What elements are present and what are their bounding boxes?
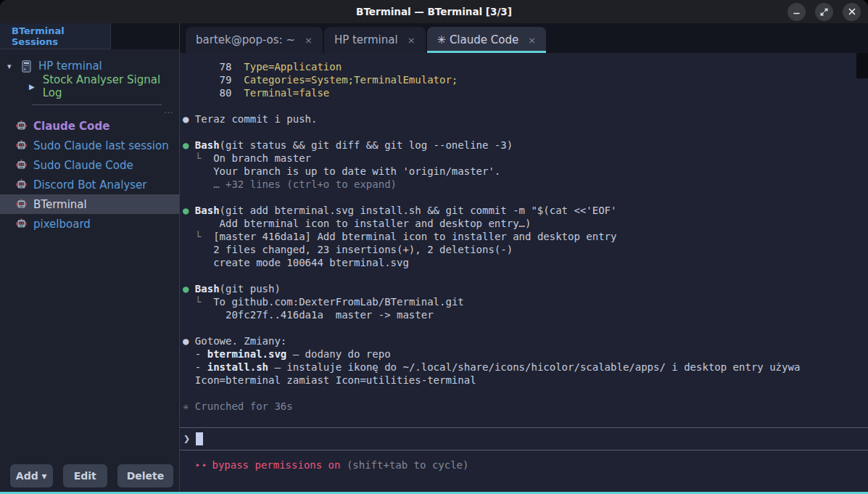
close-tab-icon[interactable]: × (408, 35, 416, 46)
terminal-line (183, 269, 868, 282)
tab-bartek-pop-os[interactable]: bartek@pop-os: ~× (186, 27, 323, 53)
terminal-line: Icon=bterminal zamiast Icon=utilities-te… (183, 374, 868, 387)
scrollbar-thumb[interactable] (856, 53, 868, 78)
sidebar: BTerminal Sessions ▾ HP terminal ▶ (0, 23, 180, 492)
tab-label: bartek@pop-os: ~ (196, 33, 295, 46)
tree-item-label: Stock Analyser Signal Log (43, 73, 179, 99)
tab-bar: bartek@pop-os: ~×HP terminal×✳ Claude Co… (180, 23, 868, 53)
terminal-line: … +32 lines (ctrl+o to expand) (183, 178, 868, 191)
terminal-line: 78 Type=Application (183, 60, 868, 73)
text-cursor (196, 432, 203, 445)
minimize-button[interactable] (788, 3, 806, 21)
terminal-line: 2 files changed, 23 insertions(+), 2 del… (183, 243, 868, 256)
terminal-line: Your branch is up to date with 'origin/m… (183, 165, 868, 178)
window-controls (788, 3, 868, 21)
terminal-line: Add bterminal icon to installer and desk… (183, 217, 868, 230)
terminal-line: ● Bash(git push) (183, 282, 868, 295)
sidebar-buttons: Add ▾EditDelete (10, 464, 173, 487)
robot-icon (16, 218, 27, 229)
sidebar-header: BTerminal Sessions (0, 23, 111, 49)
terminal-line: - bterminal.svg — dodany do repo (183, 347, 868, 361)
terminal-line: - install.sh — instaluje ikonę do ~/.loc… (183, 361, 868, 374)
close-icon (848, 7, 856, 16)
session-list: Claude CodeSudo Claude last sessionSudo … (0, 116, 179, 234)
session-item-label: pixelboard (33, 218, 91, 231)
tab-claude-code[interactable]: ✳ Claude Code× (427, 27, 547, 53)
terminal-line: ● Gotowe. Zmiany: (183, 334, 868, 347)
terminal-line: ● Teraz commit i push. (183, 112, 868, 125)
sidebar-header-fill (111, 23, 179, 49)
robot-icon (16, 199, 27, 210)
close-tab-icon[interactable]: × (528, 35, 536, 46)
session-item-label: BTerminal (33, 198, 87, 211)
computer-icon (22, 60, 31, 73)
session-item-label: Sudo Claude Code (33, 159, 133, 172)
delete-button[interactable]: Delete (117, 464, 173, 487)
minimize-icon (792, 7, 801, 17)
terminal-line: └ [master 416da1a] Add bterminal icon to… (183, 230, 868, 243)
close-button[interactable] (843, 3, 861, 21)
content-area: bartek@pop-os: ~×HP terminal×✳ Claude Co… (180, 23, 868, 492)
terminal-line (183, 99, 868, 112)
permissions-hint: (shift+tab to cycle) (340, 459, 468, 471)
terminal-line: ● Bash(git status && git diff && git log… (183, 139, 868, 152)
terminal-line: └ On branch master (183, 152, 868, 165)
app-window: BTerminal — BTerminal [3/3] BTerminal Se… (0, 0, 868, 494)
session-item-claude-code[interactable]: Claude Code (0, 116, 179, 136)
terminal-line: 80 Terminal=false (183, 86, 868, 99)
robot-icon (16, 120, 27, 131)
terminal-line: 79 Categories=System;TerminalEmulator; (183, 73, 868, 86)
tree-item-label: HP terminal (38, 59, 102, 73)
robot-icon (16, 160, 27, 170)
terminal-line: ✳ Crunched for 36s (183, 400, 868, 413)
tree-item-stock-analyser-signal-log[interactable]: ▶ Stock Analyser Signal Log (0, 76, 179, 96)
permissions-mode-label: bypass permissions on (212, 459, 340, 471)
play-icon: ▶ (29, 83, 35, 91)
session-item-discord-bot-analyser[interactable]: Discord Bot Analyser (0, 175, 179, 194)
maximize-button[interactable] (815, 3, 833, 21)
tab-label: HP terminal (334, 33, 398, 46)
titlebar: BTerminal — BTerminal [3/3] (0, 0, 868, 23)
robot-icon (16, 140, 27, 151)
terminal-output: 78 Type=Application 79 Categories=System… (180, 53, 868, 427)
session-tree: ▾ HP terminal ▶ Stock Analyser Signal Lo… (0, 49, 179, 234)
caret-down-icon[interactable]: ▾ (7, 62, 16, 71)
divider-line (32, 104, 162, 105)
prompt-chevron-icon: ❯ (183, 432, 190, 445)
tab-hp-terminal[interactable]: HP terminal× (324, 27, 426, 53)
session-item-sudo-claude-last-session[interactable]: Sudo Claude last session (0, 136, 179, 155)
session-item-bterminal[interactable]: BTerminal (0, 194, 179, 214)
prompt-input[interactable]: ❯ (180, 427, 868, 450)
terminal-line: 20fc27f..416da1a master -> master (183, 308, 868, 321)
session-item-label: Sudo Claude last session (33, 139, 169, 152)
session-item-sudo-claude-code[interactable]: Sudo Claude Code (0, 155, 179, 175)
terminal-line (183, 321, 868, 334)
terminal-line (183, 387, 868, 400)
terminal-line: create mode 100644 bterminal.svg (183, 256, 868, 269)
permissions-status: ‣‣bypass permissions on (shift+tab to cy… (180, 450, 868, 492)
session-item-label: Claude Code (33, 120, 109, 133)
add-button[interactable]: Add ▾ (10, 464, 53, 487)
sidebar-header-strip: BTerminal Sessions (0, 23, 179, 49)
terminal-line: ● Bash(git add bterminal.svg install.sh … (183, 204, 868, 217)
window-title: BTerminal — BTerminal [3/3] (0, 6, 868, 17)
session-item-pixelboard[interactable]: pixelboard (0, 214, 179, 234)
robot-icon (16, 179, 27, 190)
double-arrow-icon: ‣‣ (195, 461, 208, 471)
overflow-dots: … (164, 108, 173, 112)
terminal[interactable]: 78 Type=Application 79 Categories=System… (180, 53, 868, 492)
terminal-line (183, 191, 868, 204)
close-tab-icon[interactable]: × (305, 35, 313, 46)
terminal-line (183, 125, 868, 139)
terminal-line: └ To github.com:DexterFromLab/BTerminal.… (183, 295, 868, 308)
maximize-icon (819, 7, 829, 17)
session-item-label: Discord Bot Analyser (33, 178, 146, 192)
tab-label: ✳ Claude Code (437, 33, 519, 46)
edit-button[interactable]: Edit (63, 464, 107, 487)
main-area: BTerminal Sessions ▾ HP terminal ▶ (0, 23, 868, 492)
